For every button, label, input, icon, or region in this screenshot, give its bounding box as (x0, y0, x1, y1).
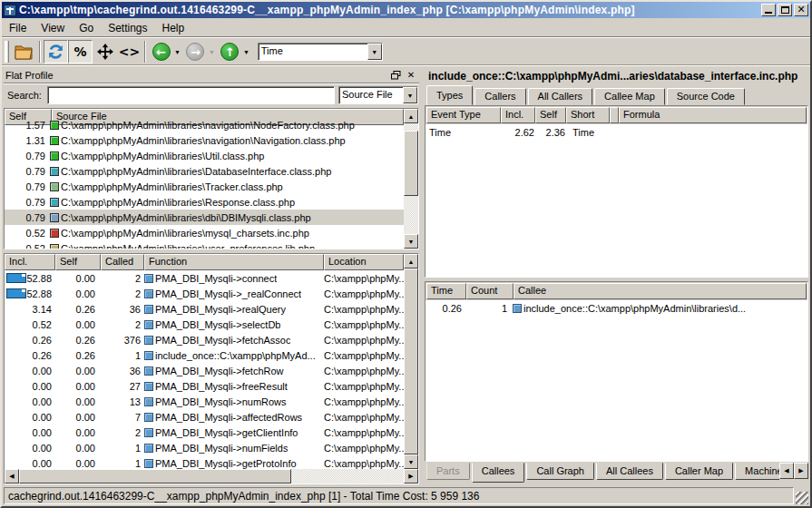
bottom-tab[interactable]: Parts (426, 463, 470, 480)
function-table-hscrollbar[interactable]: ◀ ▶ (5, 469, 418, 484)
function-row[interactable]: 0.52 0.00 2 PMA_DBI_Mysqli->selectDb C:\… (5, 317, 404, 332)
scroll-up-icon[interactable]: ▲ (404, 254, 418, 269)
relative-cost-button[interactable]: % (68, 40, 93, 64)
function-row[interactable]: 0.00 0.00 13 PMA_DBI_Mysqli->numRows C:\… (5, 394, 404, 409)
scroll-left-icon[interactable]: ◀ (5, 469, 19, 484)
scroll-right-icon[interactable]: ▶ (404, 469, 418, 484)
function-row[interactable]: 52.88 0.00 2 PMA_DBI_Mysqli->connect C:\… (5, 270, 404, 286)
detail-tab[interactable]: All Callers (528, 88, 593, 105)
bottom-tab[interactable]: Callees (472, 463, 525, 483)
self-cost-cell: 0.79 (5, 151, 50, 161)
function-name-cell: PMA_DBI_Mysqli->getProtoInfo (144, 458, 324, 469)
function-row[interactable]: 0.00 0.00 36 PMA_DBI_Mysqli->fetchRow C:… (5, 363, 404, 378)
close-button[interactable]: ✕ (794, 4, 808, 16)
function-row[interactable]: 0.00 0.00 27 PMA_DBI_Mysqli->freeResult … (5, 378, 404, 394)
source-file-row[interactable]: 1.57 C:\xampp\phpMyAdmin\libraries\navig… (5, 117, 404, 132)
group-combobox[interactable]: Source File ▼ (338, 86, 418, 104)
up-dropdown[interactable]: ▼ (243, 49, 249, 55)
dock-float-button[interactable] (389, 69, 402, 81)
forward-button[interactable]: → (183, 40, 208, 64)
detail-tab[interactable]: Source Code (667, 88, 745, 105)
bottom-tab[interactable]: Machine Code (735, 463, 779, 480)
callee-rows: 0.26 1 include_once::C:\xampp\phpMyAdmin… (426, 300, 807, 461)
column-header-location[interactable]: Location (324, 254, 404, 270)
scrollbar-thumb[interactable] (404, 269, 418, 454)
location-cell: C:\xampp\phpMy... (324, 366, 404, 376)
column-header-count[interactable]: Count (466, 283, 514, 299)
column-header-formula[interactable]: Formula (619, 107, 807, 123)
combobox-arrow-icon[interactable]: ▼ (403, 87, 417, 103)
source-file-row[interactable]: 0.79 C:\xampp\phpMyAdmin\libraries\Respo… (5, 194, 404, 210)
bottom-tab[interactable]: All Callees (596, 463, 663, 480)
function-table-vscrollbar[interactable]: ▲ ▼ (404, 254, 418, 469)
back-button[interactable]: ← (149, 40, 173, 64)
function-row[interactable]: 0.00 0.00 1 PMA_DBI_Mysqli->numFields C:… (5, 440, 404, 455)
up-button[interactable]: ↑ (218, 40, 242, 64)
dock-close-button[interactable]: ✕ (405, 69, 417, 81)
scroll-down-icon[interactable]: ▼ (404, 234, 418, 249)
minimize-button[interactable] (761, 4, 776, 16)
column-header-self[interactable]: Self (535, 107, 566, 123)
menu-item[interactable]: File (2, 20, 34, 36)
column-header-short[interactable]: Short (566, 107, 610, 123)
tab-scroll-right-icon[interactable]: ▶ (794, 463, 808, 479)
function-row[interactable]: 0.00 0.00 7 PMA_DBI_Mysqli->affectedRows… (5, 409, 404, 425)
scroll-down-icon[interactable]: ▼ (404, 454, 418, 469)
function-row[interactable]: 3.14 0.26 36 PMA_DBI_Mysqli->realQuery C… (5, 301, 404, 317)
detail-tab[interactable]: Types (426, 85, 473, 105)
column-header-incl[interactable]: Incl. (501, 107, 535, 123)
menu-item[interactable]: View (34, 20, 72, 36)
expand-areas-button[interactable] (93, 40, 117, 64)
cycle-detection-button[interactable]: <> (117, 40, 142, 64)
menu-item[interactable]: Settings (101, 20, 154, 36)
forward-dropdown[interactable]: ▼ (209, 49, 215, 55)
file-cost-icon (50, 198, 59, 207)
detail-tab[interactable]: Callers (474, 88, 525, 105)
function-row[interactable]: 0.26 0.26 376 PMA_DBI_Mysqli->fetchAssoc… (5, 332, 404, 347)
source-file-row[interactable]: 1.31 C:\xampp\phpMyAdmin\libraries\navig… (5, 132, 404, 148)
maximize-button[interactable] (778, 4, 792, 16)
source-file-row[interactable]: 0.79 C:\xampp\phpMyAdmin\libraries\Util.… (5, 148, 404, 163)
detail-tab[interactable]: Callee Map (594, 88, 665, 105)
back-dropdown[interactable]: ▼ (174, 49, 181, 55)
tab-scroll-left-icon[interactable]: ◀ (779, 463, 794, 479)
callee-cell: include_once::C:\xampp\phpMyAdmin\librar… (513, 303, 807, 314)
menu-item[interactable]: Help (155, 20, 192, 36)
menu-item[interactable]: Go (72, 20, 101, 36)
bottom-tab[interactable]: Call Graph (526, 463, 594, 480)
source-file-row[interactable]: 0.52 C:\xampp\phpMyAdmin\libraries\mysql… (5, 225, 404, 240)
event-type-combobox[interactable]: Time ▼ (258, 43, 383, 61)
column-header-incl[interactable]: Incl. (5, 254, 55, 270)
column-header-callee[interactable]: Callee (514, 283, 807, 299)
file-table-vscrollbar[interactable]: ▲ ▼ (404, 109, 418, 249)
source-file-row[interactable]: 0.79 C:\xampp\phpMyAdmin\libraries\dbi\D… (5, 210, 404, 225)
function-row[interactable]: 0.00 0.00 2 PMA_DBI_Mysqli->getClientInf… (5, 425, 404, 440)
column-header-time[interactable]: Time (426, 283, 466, 299)
resize-grip[interactable] (796, 492, 808, 504)
scrollbar-thumb[interactable] (19, 469, 291, 484)
scrollbar-track[interactable] (404, 123, 418, 131)
scroll-up-icon[interactable]: ▲ (404, 109, 418, 123)
combobox-arrow-icon[interactable]: ▼ (367, 44, 382, 60)
scrollbar-track[interactable] (404, 196, 418, 234)
column-header-function[interactable]: Function (144, 254, 324, 270)
bottom-tab[interactable]: Caller Map (665, 463, 733, 480)
source-file-row[interactable]: 0.52 C:\xampp\phpMyAdmin\libraries\user_… (5, 240, 404, 249)
source-file-row[interactable]: 0.79 C:\xampp\phpMyAdmin\libraries\Track… (5, 179, 404, 194)
function-row[interactable]: 0.26 0.26 1 include_once::C:\xampp\phpMy… (5, 347, 404, 363)
toolbar-handle[interactable] (5, 41, 9, 63)
open-file-button[interactable] (12, 40, 36, 64)
event-type-row[interactable]: Time 2.62 2.36 Time (426, 124, 807, 140)
function-row[interactable]: 0.00 0.00 1 PMA_DBI_Mysqli->getProtoInfo… (5, 455, 404, 469)
reload-button[interactable] (44, 40, 68, 64)
callee-row[interactable]: 0.26 1 include_once::C:\xampp\phpMyAdmin… (426, 300, 807, 316)
column-header-self[interactable]: Self (55, 254, 101, 270)
scrollbar-track[interactable] (291, 469, 404, 484)
function-row[interactable]: 52.88 0.00 2 PMA_DBI_Mysqli->_realConnec… (5, 286, 404, 301)
source-file-row[interactable]: 0.79 C:\xampp\phpMyAdmin\libraries\Datab… (5, 163, 404, 179)
search-input[interactable] (47, 86, 335, 104)
scrollbar-thumb[interactable] (404, 131, 418, 196)
column-header-called[interactable]: Called (101, 254, 144, 270)
dock-title-bar[interactable]: Flat Profile ✕ (4, 67, 419, 83)
column-header-event-type[interactable]: Event Type (426, 107, 501, 123)
